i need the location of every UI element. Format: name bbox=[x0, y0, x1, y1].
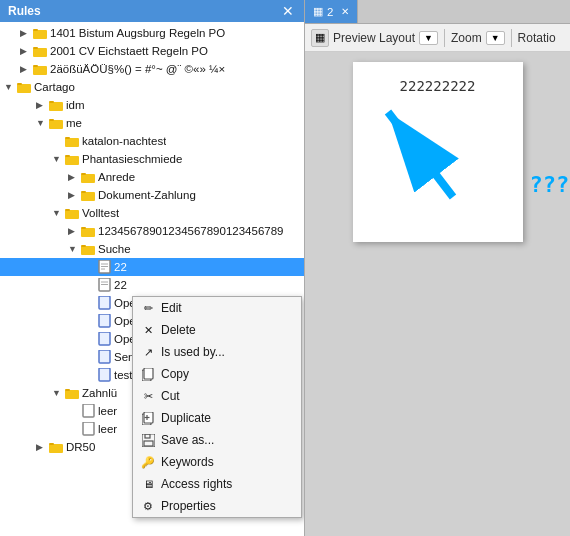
right-panel: ▦ 2 ✕ ▦ Preview Layout ▼ Zoom ▼ Rotatio … bbox=[305, 0, 570, 536]
folder-icon bbox=[48, 97, 64, 113]
panel-close-button[interactable]: ✕ bbox=[280, 3, 296, 19]
tree-item-katalon[interactable]: katalon-nachtest bbox=[0, 132, 304, 150]
svg-rect-15 bbox=[65, 156, 79, 165]
svg-rect-40 bbox=[65, 389, 70, 391]
zoom-arrow-icon: ▼ bbox=[491, 33, 500, 43]
context-menu-keywords[interactable]: 🔑 Keywords bbox=[133, 451, 301, 473]
panel-header: Rules ✕ bbox=[0, 0, 304, 22]
svg-rect-14 bbox=[65, 137, 70, 139]
tree-item-special[interactable]: 2äößüÄÖÜ§%() = #°~ @¨ ©«» ¼× bbox=[0, 60, 304, 78]
tree-item-label: 2001 CV Eichstaett Regeln PO bbox=[50, 45, 208, 57]
svg-rect-39 bbox=[65, 390, 79, 399]
display-icon: 🖥 bbox=[141, 477, 155, 491]
gear-icon: ⚙ bbox=[141, 499, 155, 513]
separator2 bbox=[511, 29, 512, 47]
tree-item-22b[interactable]: 22 bbox=[0, 276, 304, 294]
folder-icon bbox=[48, 115, 64, 131]
tree-item-1401[interactable]: 1401 Bistum Augsburg Regeln PO bbox=[0, 24, 304, 42]
layout-label: Preview Layout bbox=[333, 31, 415, 45]
context-menu-edit[interactable]: ✏ Edit bbox=[133, 297, 301, 319]
svg-rect-2 bbox=[33, 29, 38, 31]
context-menu-accessrights[interactable]: 🖥 Access rights bbox=[133, 473, 301, 495]
preview-page: 222222222 ???? bbox=[353, 62, 523, 242]
file-icon bbox=[96, 349, 112, 365]
svg-rect-22 bbox=[65, 209, 70, 211]
context-menu-copy[interactable]: Copy bbox=[133, 363, 301, 385]
tree-item-label: leer bbox=[98, 423, 117, 435]
tree-item-label: 22 bbox=[114, 279, 127, 291]
separator bbox=[444, 29, 445, 47]
folder-icon bbox=[48, 439, 64, 455]
folder-icon bbox=[80, 241, 96, 257]
share-icon: ↗ bbox=[141, 345, 155, 359]
svg-rect-19 bbox=[81, 192, 95, 201]
tree-item-label: Suche bbox=[98, 243, 131, 255]
menu-item-label: Properties bbox=[161, 499, 216, 513]
key-icon: 🔑 bbox=[141, 455, 155, 469]
svg-rect-3 bbox=[33, 48, 47, 57]
tree-item-cartago[interactable]: Cartago bbox=[0, 78, 304, 96]
svg-rect-43 bbox=[49, 444, 63, 453]
expand-arrow bbox=[68, 172, 80, 182]
svg-rect-8 bbox=[17, 83, 22, 85]
context-menu-saveas[interactable]: Save as... bbox=[133, 429, 301, 451]
folder-icon bbox=[32, 61, 48, 77]
folder-icon bbox=[80, 187, 96, 203]
menu-item-label: Save as... bbox=[161, 433, 214, 447]
tree-item-label: katalon-nachtest bbox=[82, 135, 166, 147]
tree-item-label: me bbox=[66, 117, 82, 129]
tree-item-22a[interactable]: 22 bbox=[0, 258, 304, 276]
tree-item-dokument[interactable]: Dokument-Zahlung bbox=[0, 186, 304, 204]
file-icon bbox=[96, 331, 112, 347]
tree-item-idm[interactable]: idm bbox=[0, 96, 304, 114]
tab-close-button[interactable]: ✕ bbox=[341, 6, 349, 17]
grid-icon: ▦ bbox=[313, 5, 323, 18]
tree-item-suche[interactable]: Suche bbox=[0, 240, 304, 258]
expand-arrow bbox=[52, 208, 64, 218]
save-icon bbox=[141, 433, 155, 447]
layout-icon-button[interactable]: ▦ bbox=[311, 29, 329, 47]
tree-item-longname[interactable]: 12345678901234567890123456789 bbox=[0, 222, 304, 240]
expand-arrow bbox=[68, 190, 80, 200]
pencil-icon: ✏ bbox=[141, 301, 155, 315]
file-icon bbox=[96, 295, 112, 311]
folder-icon bbox=[80, 223, 96, 239]
svg-rect-26 bbox=[81, 245, 86, 247]
context-menu-duplicate[interactable]: Duplicate bbox=[133, 407, 301, 429]
context-menu-properties[interactable]: ⚙ Properties bbox=[133, 495, 301, 517]
tree-item-2001[interactable]: 2001 CV Eichstaett Regeln PO bbox=[0, 42, 304, 60]
tab-number: 2 bbox=[327, 6, 333, 18]
svg-rect-13 bbox=[65, 138, 79, 147]
context-menu-cut[interactable]: ✂ Cut bbox=[133, 385, 301, 407]
file-icon bbox=[80, 421, 96, 437]
tree-item-label: Zahnlü bbox=[82, 387, 117, 399]
folder-icon bbox=[64, 133, 80, 149]
svg-rect-20 bbox=[81, 191, 86, 193]
expand-arrow bbox=[36, 100, 48, 110]
svg-rect-34 bbox=[99, 296, 110, 309]
expand-arrow bbox=[36, 118, 48, 128]
svg-rect-24 bbox=[81, 227, 86, 229]
layout-dropdown[interactable]: ▼ bbox=[419, 31, 438, 45]
context-menu-isusedby[interactable]: ↗ Is used by... bbox=[133, 341, 301, 363]
svg-rect-53 bbox=[145, 434, 150, 438]
context-menu-delete[interactable]: ✕ Delete bbox=[133, 319, 301, 341]
svg-rect-6 bbox=[33, 65, 38, 67]
rules-panel: Rules ✕ 1401 Bistum Augsburg Regeln PO 2… bbox=[0, 0, 305, 536]
tree-item-me[interactable]: me bbox=[0, 114, 304, 132]
svg-rect-4 bbox=[33, 47, 38, 49]
expand-arrow bbox=[4, 82, 16, 92]
folder-icon bbox=[32, 43, 48, 59]
svg-rect-9 bbox=[49, 102, 63, 111]
tree-item-phantasie[interactable]: Phantasieschmiede bbox=[0, 150, 304, 168]
tree-item-volltest[interactable]: Volltest bbox=[0, 204, 304, 222]
scissors-icon: ✂ bbox=[141, 389, 155, 403]
toolbar: ▦ Preview Layout ▼ Zoom ▼ Rotatio bbox=[305, 24, 570, 52]
svg-rect-44 bbox=[49, 443, 54, 445]
svg-rect-25 bbox=[81, 246, 95, 255]
preview-tab[interactable]: ▦ 2 ✕ bbox=[305, 0, 358, 23]
svg-rect-23 bbox=[81, 228, 95, 237]
tree-item-anrede[interactable]: Anrede bbox=[0, 168, 304, 186]
zoom-dropdown[interactable]: ▼ bbox=[486, 31, 505, 45]
folder-icon bbox=[64, 205, 80, 221]
